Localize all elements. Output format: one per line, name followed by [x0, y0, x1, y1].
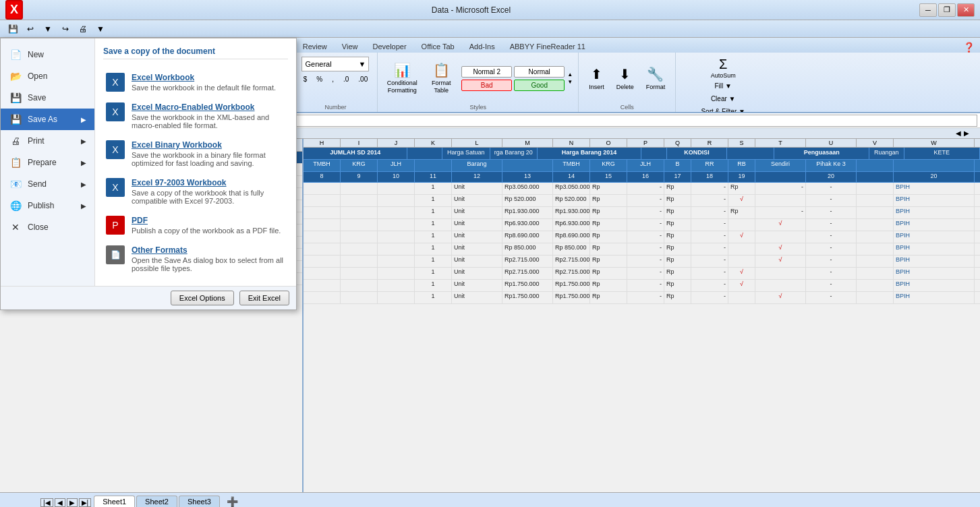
- autosum-button[interactable]: Σ AutoSum: [711, 57, 736, 79]
- scroll-right-button[interactable]: ▶: [964, 129, 969, 137]
- conditional-formatting-button[interactable]: 📊 Conditional Formatting: [383, 60, 421, 96]
- save-as-icon: 💾: [9, 113, 22, 126]
- save-quick-button[interactable]: 💾: [5, 22, 20, 36]
- tab-developer[interactable]: Developer: [365, 40, 413, 53]
- undo-dropdown[interactable]: ▼: [40, 22, 55, 36]
- restore-button[interactable]: ❐: [938, 3, 956, 17]
- excel-logo-icon[interactable]: X: [5, 0, 23, 20]
- add-sheet-button[interactable]: ➕: [227, 496, 238, 507]
- table-row: 1 Unit Rp2.715.000 Rp2.715.000 Rp - Rp -…: [304, 268, 980, 280]
- comma-style-button[interactable]: ,: [328, 73, 338, 85]
- tab-view[interactable]: View: [335, 40, 366, 53]
- editing-group: Σ AutoSum Fill ▼ Clear ▼ Sort & Filter ▼…: [676, 53, 770, 112]
- col-header-Q: Q: [664, 139, 691, 147]
- clear-button[interactable]: Clear ▼: [707, 93, 740, 105]
- col-header-V: V: [857, 139, 894, 147]
- sheet-tab-sheet1[interactable]: Sheet1: [94, 496, 135, 507]
- exit-excel-button[interactable]: Exit Excel: [239, 291, 289, 305]
- menu-publish[interactable]: 🌐 Publish ▶: [1, 195, 94, 216]
- format-cells-button[interactable]: 🔧 Format: [641, 63, 670, 94]
- menu-new[interactable]: 📄 New: [1, 44, 94, 65]
- table-row: 1 Unit Rp 520.000 Rp 520.000 Rp - Rp - √…: [304, 195, 980, 207]
- sheet-tab-sheet2[interactable]: Sheet2: [136, 496, 177, 507]
- tab-review[interactable]: Review: [295, 40, 335, 53]
- decrease-decimal-button[interactable]: .00: [354, 73, 372, 85]
- menu-close[interactable]: ✕ Close: [1, 216, 94, 238]
- save-97-2003-workbook[interactable]: X Excel 97-2003 Workbook Save a copy of …: [103, 173, 288, 210]
- table-row: 1 Unit Rp1.750.000 Rp1.750.000 Rp - Rp -…: [304, 292, 980, 304]
- save-macro-workbook[interactable]: X Excel Macro-Enabled Workbook Save the …: [103, 97, 288, 135]
- fill-button[interactable]: Fill ▼: [710, 80, 735, 92]
- styles-more-button[interactable]: ▲: [567, 71, 573, 78]
- sheet-tabs: |◀ ◀ ▶ ▶| Sheet1 Sheet2 Sheet3 ➕: [0, 492, 980, 507]
- save-pdf[interactable]: P PDF Publish a copy of the workbook as …: [103, 210, 288, 240]
- harga-barang-2014-header: Harga Barang 2014: [538, 148, 641, 159]
- normal-style[interactable]: Normal: [514, 66, 565, 78]
- sheet-nav-prev[interactable]: ◀: [55, 498, 65, 507]
- print-quick-button[interactable]: 🖨: [76, 22, 90, 36]
- styles-group: 📊 Conditional Formatting 📋 Format Table …: [378, 53, 579, 112]
- macro-workbook-icon: X: [106, 102, 125, 121]
- customize-toolbar-button[interactable]: ▼: [93, 22, 108, 36]
- table-row: 1 Unit Rp 850.000 Rp 850.000 Rp - Rp - √…: [304, 243, 980, 256]
- menu-save-as[interactable]: 💾 Save As ▶: [1, 109, 94, 130]
- cells-group: ⬆ Insert ⬇ Delete 🔧 Format Cells: [579, 53, 676, 112]
- insert-cells-button[interactable]: ⬆ Insert: [584, 63, 609, 94]
- col-header-L: L: [452, 139, 502, 147]
- percent-button[interactable]: $: [299, 73, 312, 85]
- tab-abbyy[interactable]: ABBYY FineReader 11: [502, 40, 593, 53]
- table-row: 1 Unit Rp1.930.000 Rp1.930.000 Rp - Rp -…: [304, 207, 980, 219]
- tab-office-tab[interactable]: Office Tab: [414, 40, 462, 53]
- table-row: 1 Unit Rp1.750.000 Rp1.750.000 Rp - Rp -…: [304, 280, 980, 292]
- tab-add-ins[interactable]: Add-Ins: [462, 40, 502, 53]
- menu-save[interactable]: 💾 Save: [1, 87, 94, 109]
- format-icon: 🔧: [647, 66, 664, 82]
- format-table-icon: 📋: [433, 62, 450, 78]
- styles-label: Styles: [380, 102, 575, 112]
- ribbon-help-icon[interactable]: ❓: [963, 42, 975, 53]
- menu-print[interactable]: 🖨 Print ▶: [1, 130, 94, 152]
- menu-open[interactable]: 📂 Open: [1, 65, 94, 87]
- col-header-W: W: [894, 139, 975, 147]
- normal2-style[interactable]: Normal 2: [461, 66, 512, 78]
- save-binary-workbook[interactable]: X Excel Binary Workbook Save the workboo…: [103, 135, 288, 173]
- undo-button[interactable]: ↩: [23, 22, 38, 36]
- print-icon: 🖨: [9, 134, 22, 148]
- print-arrow-icon: ▶: [81, 138, 86, 145]
- insert-icon: ⬆: [591, 66, 602, 82]
- bad-style[interactable]: Bad: [461, 80, 512, 91]
- styles-less-button[interactable]: ▼: [567, 79, 573, 85]
- sheet-nav-first[interactable]: |◀: [40, 498, 53, 507]
- number-format-select[interactable]: General ▼: [301, 57, 369, 71]
- scroll-left-button[interactable]: ◀: [956, 129, 961, 137]
- close-button[interactable]: ✕: [957, 3, 975, 17]
- send-arrow-icon: ▶: [81, 181, 86, 188]
- redo-button[interactable]: ↪: [58, 22, 73, 36]
- save-other-formats[interactable]: 📄 Other Formats Open the Save As dialog …: [103, 240, 288, 278]
- format-as-table-button[interactable]: 📋 Format Table: [424, 60, 459, 96]
- good-style[interactable]: Good: [514, 80, 565, 91]
- autosum-icon: Σ: [719, 57, 727, 72]
- save-excel-workbook[interactable]: X Excel Workbook Save the workbook in th…: [103, 67, 288, 97]
- comma-button[interactable]: %: [312, 73, 326, 85]
- minimize-button[interactable]: ─: [919, 3, 937, 17]
- increase-decimal-button[interactable]: .0: [339, 73, 353, 85]
- delete-icon: ⬇: [619, 66, 631, 82]
- number-group: General ▼ $ % , .0 .00 Number: [294, 53, 378, 112]
- binary-workbook-icon: X: [106, 140, 125, 159]
- col-header-I: I: [341, 139, 378, 147]
- sheet-tab-sheet3[interactable]: Sheet3: [179, 496, 220, 507]
- sort-filter-button[interactable]: Sort & Filter ▼: [697, 106, 749, 113]
- new-icon: 📄: [9, 48, 22, 61]
- save-as-title: Save a copy of the document: [103, 47, 288, 59]
- excel-options-button[interactable]: Excel Options: [171, 291, 234, 305]
- menu-prepare[interactable]: 📋 Prepare ▶: [1, 152, 94, 173]
- sheet-nav-next[interactable]: ▶: [67, 498, 78, 507]
- menu-send[interactable]: 📧 Send ▶: [1, 173, 94, 195]
- delete-cells-button[interactable]: ⬇ Delete: [612, 63, 639, 94]
- sheet-nav-last[interactable]: ▶|: [79, 498, 92, 507]
- col-header-H: H: [304, 139, 341, 147]
- office-menu-left-panel: 📄 New 📂 Open 💾 Save 💾 Save As ▶ 🖨 Print …: [1, 38, 95, 286]
- col-header-P: P: [627, 139, 664, 147]
- title-bar: X Data - Microsoft Excel ─ ❐ ✕: [0, 0, 980, 20]
